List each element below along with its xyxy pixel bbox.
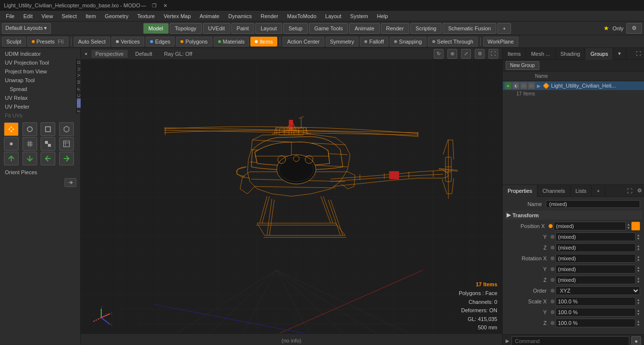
command-input[interactable] [511, 336, 629, 345]
position-x-anim-btn[interactable] [631, 222, 640, 230]
falloff-button[interactable]: Falloff [360, 37, 388, 46]
maximize-button[interactable]: ❐ [151, 2, 158, 9]
uv-peeler[interactable]: UV Peeler [2, 103, 78, 111]
viewport-canvas[interactable]: 17 Items Polygons : Face Channels: 0 Def… [81, 60, 502, 345]
default-label[interactable]: Default [132, 50, 156, 58]
animate-button[interactable]: Animate [349, 23, 379, 34]
udim-indicator[interactable]: UDIM Indicator [2, 50, 78, 58]
action-center-button[interactable]: Action Center [283, 37, 324, 46]
position-z-input[interactable] [555, 243, 636, 252]
channels-tab[interactable]: Channels [537, 185, 570, 197]
tool-icon-texture[interactable] [59, 137, 74, 151]
polygons-button[interactable]: Polygons [176, 37, 212, 46]
orient-pieces[interactable]: Orient Pieces [2, 168, 78, 176]
uvedit-button[interactable]: UVEdit [203, 23, 230, 34]
model-mode-button[interactable]: Model [143, 23, 169, 34]
groups-expand-icon[interactable]: ⛶ [633, 48, 644, 60]
menu-item-edit[interactable]: Edit [20, 11, 37, 22]
sculpt-button[interactable]: Sculpt [2, 37, 26, 46]
viewport-rotate-icon[interactable]: ↻ [434, 49, 444, 59]
menu-item-maxtomodo[interactable]: MaxToModo [283, 11, 320, 22]
minimize-button[interactable]: — [140, 2, 147, 9]
menu-item-vertex map[interactable]: Vertex Map [160, 11, 195, 22]
menu-item-geometry[interactable]: Geometry [101, 11, 132, 22]
menu-item-dynamics[interactable]: Dynamics [224, 11, 256, 22]
items-tab[interactable]: Items [503, 48, 526, 60]
group-expand-arrow[interactable]: ▶ [537, 83, 541, 89]
rotation-y-input[interactable] [555, 265, 636, 274]
group-icon-3[interactable]: □ [520, 82, 527, 89]
group-icon-2[interactable]: ◐ [512, 82, 519, 89]
layouts-dropdown[interactable]: Default Layouts ▾ [2, 23, 51, 34]
collapse-button[interactable] [65, 178, 76, 187]
tool-icon-rotate[interactable] [22, 122, 37, 136]
viewport-fit-icon[interactable]: ⤢ [461, 49, 471, 59]
tool-icon-uv-move[interactable] [4, 137, 19, 151]
close-button[interactable]: ✕ [162, 2, 169, 9]
game-tools-button[interactable]: Game Tools [309, 23, 349, 34]
mesh-tab[interactable]: Mesh ... [526, 48, 555, 60]
scale-x-input[interactable] [555, 297, 636, 306]
tool-icon-right[interactable] [59, 152, 74, 165]
group-row-helicopter[interactable]: ● ◐ □ □ ▶ 🔶 Light_Utility_Civilian_Heli.… [503, 81, 644, 90]
rotation-x-input[interactable] [555, 254, 636, 263]
workplane-button[interactable]: WorkPlane [483, 37, 518, 46]
shading-tab[interactable]: Shading [555, 48, 585, 60]
tool-icon-move[interactable] [4, 122, 19, 136]
uv-relax[interactable]: UV Relax [2, 94, 78, 102]
position-x-up[interactable]: ▲ [627, 223, 630, 226]
auto-select-button[interactable]: Auto Select [74, 37, 110, 46]
tool-icon-checker[interactable] [41, 137, 55, 151]
menu-item-render[interactable]: Render [257, 11, 282, 22]
rotation-z-input[interactable] [555, 276, 636, 284]
fit-uvs[interactable]: Fit UVs [2, 112, 78, 119]
scale-z-input[interactable] [555, 319, 636, 327]
lists-tab[interactable]: Lists [571, 185, 592, 197]
unwrap-tool[interactable]: Unwrap Tool [2, 76, 78, 84]
menu-item-animate[interactable]: Animate [196, 11, 223, 22]
menu-item-texture[interactable]: Texture [133, 11, 159, 22]
props-settings-icon[interactable]: ⚙ [635, 187, 644, 194]
tool-icon-box[interactable] [59, 122, 74, 136]
viewport[interactable]: ● Perspective Default Ray GL: Off ↻ ⊕ ⤢ … [81, 48, 502, 345]
menu-item-select[interactable]: Select [58, 11, 81, 22]
position-x-input[interactable] [554, 222, 626, 230]
groups-dropdown-icon[interactable]: ▾ [613, 48, 626, 60]
menu-item-system[interactable]: System [346, 11, 372, 22]
schematic-button[interactable]: Schematic Fusion [443, 23, 496, 34]
materials-button[interactable]: Materials [214, 37, 249, 46]
select-through-button[interactable]: Select Through [428, 37, 478, 46]
menu-item-layout[interactable]: Layout [321, 11, 345, 22]
position-x-down[interactable]: ▼ [627, 226, 630, 230]
spread-item[interactable]: Spread [2, 85, 78, 93]
new-group-button[interactable]: New Group [506, 61, 539, 70]
vertices-button[interactable]: Vertices [111, 37, 144, 46]
menu-item-help[interactable]: Help [373, 11, 392, 22]
viewport-expand-icon[interactable]: ⛶ [489, 49, 498, 59]
props-expand-icon[interactable]: ⛶ [624, 188, 635, 194]
items-button[interactable]: Items [250, 37, 277, 46]
command-run-button[interactable]: ● [631, 336, 641, 345]
edges-button[interactable]: Edges [146, 37, 175, 46]
menu-item-item[interactable]: Item [82, 11, 100, 22]
uv-projection-tool[interactable]: UV Projection Tool [2, 59, 78, 67]
project-from-view[interactable]: Project from View [2, 68, 78, 75]
tool-icon-left[interactable] [41, 152, 55, 165]
transform-section[interactable]: ▶ Transform [505, 210, 642, 220]
properties-tab[interactable]: Properties [503, 185, 537, 197]
viewport-zoom-icon[interactable]: ⊕ [447, 49, 457, 59]
snapping-button[interactable]: Snapping [390, 37, 426, 46]
viewport-settings-icon[interactable]: ⚙ [475, 49, 485, 59]
tool-icon-up[interactable] [4, 152, 19, 165]
render-button[interactable]: Render [381, 23, 409, 34]
symmetry-button[interactable]: Symmetry [326, 37, 359, 46]
order-select[interactable]: XYZ XZY YXZ YZX ZXY ZYX [555, 286, 640, 295]
perspective-label[interactable]: Perspective [91, 50, 127, 58]
topology-button[interactable]: Topology [170, 23, 202, 34]
menu-item-view[interactable]: View [38, 11, 57, 22]
ray-gl-label[interactable]: Ray GL: Off [160, 50, 196, 58]
menu-item-file[interactable]: File [2, 11, 19, 22]
scripting-button[interactable]: Scripting [410, 23, 442, 34]
layout-button[interactable]: Layout [255, 23, 282, 34]
presets-button[interactable]: Presets F6 [27, 37, 68, 46]
